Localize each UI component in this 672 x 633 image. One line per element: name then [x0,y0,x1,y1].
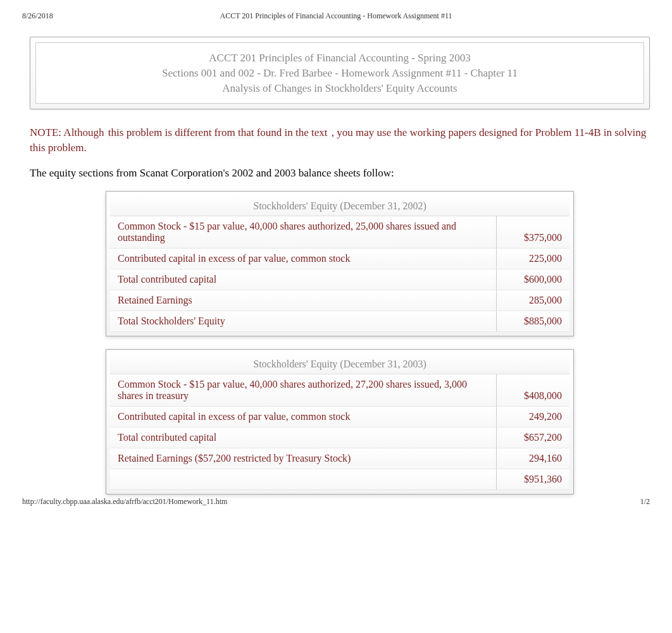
table-row: Common Stock - $15 par value, 40,000 sha… [110,374,569,407]
equity-desc: Total contributed capital [110,427,496,448]
course-title-line1: ACCT 201 Principles of Financial Account… [49,51,631,66]
equity-amount: $375,000 [496,216,569,249]
note-highlight: this problem is different from that foun… [107,126,329,139]
print-title: ACCT 201 Principles of Financial Account… [22,11,650,21]
note-paragraph: NOTE: Although this problem is different… [30,125,650,156]
equity-desc: Total contributed capital [110,269,496,290]
equity-desc: Retained Earnings [110,290,496,310]
table-row: Common Stock - $15 par value, 40,000 sha… [110,216,569,249]
equity-desc: Contributed capital in excess of par val… [110,248,496,269]
footer-page-number: 1/2 [640,497,650,507]
table-row: Total contributed capital $657,200 [110,427,569,448]
course-title-line2: Sections 001 and 002 - Dr. Fred Barbee -… [49,66,631,81]
table-row: Total Stockholders' Equity $885,000 [110,310,569,331]
table-row: Retained Earnings 285,000 [110,290,569,310]
equity-amount: $951,360 [496,469,569,489]
equity-amount: 294,160 [496,448,569,469]
footer-url: http://faculty.cbpp.uaa.alaska.edu/afrfb… [22,497,227,507]
table-row: Retained Earnings ($57,200 restricted by… [110,448,569,469]
equity-2002-inner: Stockholders' Equity (December 31, 2002)… [110,195,569,332]
equity-desc: Contributed capital in excess of par val… [110,406,496,427]
equity-amount: $408,000 [496,374,569,407]
equity-2003-box: Stockholders' Equity (December 31, 2003)… [106,349,574,495]
intro-paragraph: The equity sections from Scanat Corporat… [30,167,650,180]
course-title-box: ACCT 201 Principles of Financial Account… [30,37,650,109]
table-row: Total contributed capital $600,000 [110,269,569,290]
equity-amount: 249,200 [496,406,569,427]
equity-desc: Common Stock - $15 par value, 40,000 sha… [110,374,496,407]
print-date: 8/26/2018 [22,11,53,21]
equity-2002-box: Stockholders' Equity (December 31, 2002)… [106,191,574,336]
equity-desc: Retained Earnings ($57,200 restricted by… [110,448,496,469]
equity-2003-inner: Stockholders' Equity (December 31, 2003)… [110,353,569,490]
course-title-line3: Analysis of Changes in Stockholders' Equ… [49,81,631,96]
equity-amount: 285,000 [496,290,569,310]
table-row: Contributed capital in excess of par val… [110,406,569,427]
equity-2003-title: Stockholders' Equity (December 31, 2003) [110,353,569,374]
document-body: ACCT 201 Principles of Financial Account… [0,21,672,495]
equity-desc: Total Stockholders' Equity [110,310,496,331]
equity-desc [110,469,496,489]
table-row: $951,360 [110,469,569,489]
equity-amount: $600,000 [496,269,569,290]
page-header: 8/26/2018 ACCT 201 Principles of Financi… [0,0,672,21]
equity-2002-title: Stockholders' Equity (December 31, 2002) [110,195,569,216]
equity-2002-table: Common Stock - $15 par value, 40,000 sha… [110,216,569,332]
equity-desc: Common Stock - $15 par value, 40,000 sha… [110,216,496,249]
equity-2003-table: Common Stock - $15 par value, 40,000 sha… [110,374,569,490]
equity-amount: $657,200 [496,427,569,448]
equity-amount: $885,000 [496,310,569,331]
equity-amount: 225,000 [496,248,569,269]
page-footer: http://faculty.cbpp.uaa.alaska.edu/afrfb… [0,497,672,507]
course-title-inner: ACCT 201 Principles of Financial Account… [35,42,644,104]
note-prefix: NOTE: Although [30,126,107,138]
table-row: Contributed capital in excess of par val… [110,248,569,269]
